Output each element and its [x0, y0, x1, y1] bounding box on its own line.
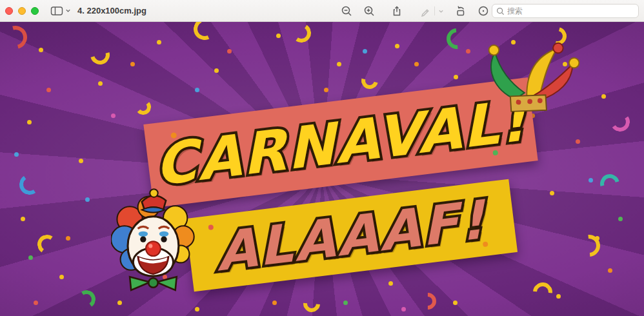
streamer-icon: [87, 42, 114, 68]
share-icon[interactable]: [391, 5, 403, 17]
streamer-icon: [190, 22, 219, 43]
streamer-icon: [358, 69, 381, 92]
annotate-circle-icon[interactable]: [478, 5, 489, 17]
markup-chevron-icon: [438, 8, 444, 14]
search-icon: [496, 7, 505, 15]
streamer-icon: [17, 172, 41, 196]
streamer-icon: [442, 24, 471, 53]
jester-hat-icon: [474, 34, 590, 140]
clown-face-icon: [111, 184, 198, 294]
sidebar-icon: [50, 6, 63, 16]
close-button[interactable]: [5, 7, 13, 15]
minimize-button[interactable]: [18, 7, 26, 15]
carnaval-text: CARNAVAL!: [153, 86, 528, 199]
chevron-down-icon: [65, 8, 71, 14]
rotate-left-icon[interactable]: [455, 5, 467, 17]
markup-pen-icon: [420, 6, 431, 17]
streamer-icon: [300, 292, 324, 316]
streamer-icon: [36, 233, 59, 256]
image-viewer: CARNAVAL! ALAAAF!: [0, 22, 644, 316]
toolbar: [341, 0, 489, 22]
markup-button[interactable]: [420, 6, 444, 17]
window-title: 4. 220x100cm.jpg: [77, 6, 146, 15]
streamer-icon: [529, 279, 556, 306]
zoom-out-icon[interactable]: [341, 5, 352, 17]
confetti-dots: [0, 22, 5, 26]
search-field[interactable]: [492, 4, 639, 18]
streamer-icon: [290, 22, 313, 44]
zoom-in-icon[interactable]: [363, 5, 375, 17]
search-input[interactable]: [507, 6, 634, 15]
banner-dot: [208, 224, 214, 230]
alaaaf-text: ALAAAF!: [215, 188, 487, 282]
streamer-icon: [135, 99, 152, 115]
streamer-icon: [0, 22, 32, 54]
streamer-icon: [416, 290, 440, 313]
streamer-icon: [597, 171, 623, 197]
streamer-icon: [574, 230, 605, 261]
sidebar-toggle[interactable]: [50, 6, 71, 16]
streamer-icon: [609, 111, 632, 133]
zoom-window-button[interactable]: [31, 7, 39, 15]
streamer-icon: [76, 289, 97, 310]
preview-window: 4. 220x100cm.jpg: [0, 0, 644, 316]
titlebar: 4. 220x100cm.jpg: [0, 0, 644, 22]
divider: [434, 6, 435, 15]
